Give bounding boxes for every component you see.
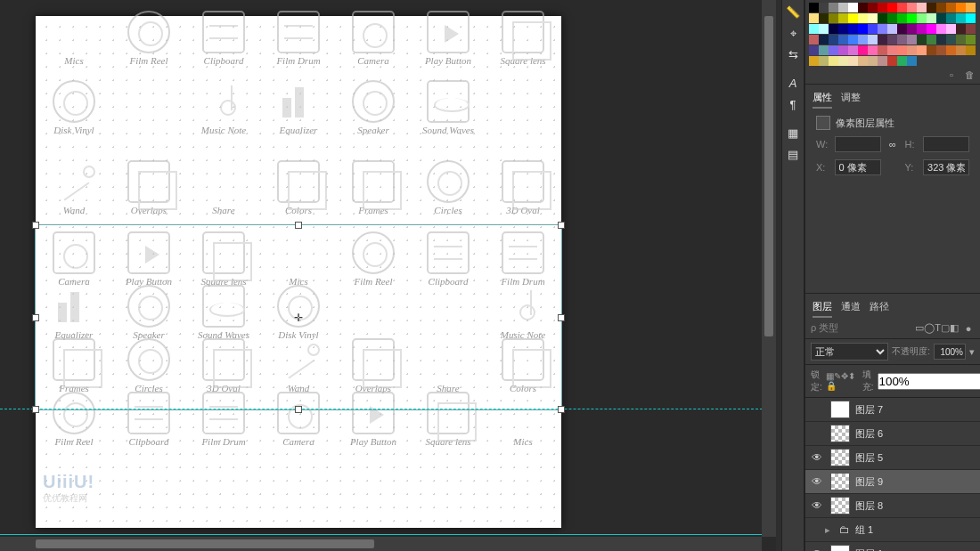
swatch-55[interactable] [848,35,858,45]
swatch-84[interactable] [966,45,976,55]
layer-thumbnail[interactable] [830,449,850,466]
lock-icon-2[interactable]: ✥ [841,371,848,381]
canvas-area[interactable]: MicsFilm ReelClipboardFilm DrumCameraPla… [0,0,776,551]
layer-row[interactable]: 👁图层 1 [805,542,980,551]
swatch-32[interactable] [956,13,966,23]
layer-row[interactable]: 图层 7 [805,398,980,422]
swatch-65[interactable] [946,35,956,45]
layer-thumbnail[interactable] [830,401,850,418]
input-height[interactable] [923,136,969,152]
tab-channels[interactable]: 通道 [841,297,861,318]
layer-filter-icon-4[interactable]: ◧ [950,322,959,333]
swatch-26[interactable] [897,13,907,23]
swatch-47[interactable] [936,24,946,34]
layer-name[interactable]: 图层 9 [855,475,976,489]
swatch-86[interactable] [819,56,829,66]
layer-name[interactable]: 图层 1 [855,547,976,552]
opacity-input[interactable] [934,344,966,360]
layer-visibility-icon[interactable]: 👁 [809,475,825,488]
tab-properties[interactable]: 属性 [813,88,832,109]
swatch-74[interactable] [868,45,878,55]
layer-thumbnail[interactable] [830,425,850,442]
layer-list[interactable]: 图层 7图层 6👁图层 5👁图层 9👁图层 8▸🗀组 1👁图层 1👁背景 [805,398,980,551]
swatch-50[interactable] [966,24,976,34]
layer-name[interactable]: 图层 7 [855,403,976,417]
link-wh-icon[interactable]: ∞ [885,135,902,153]
layer-name[interactable]: 组 1 [855,523,976,537]
swatch-8[interactable] [887,3,897,12]
swatch-trash-icon[interactable]: 🗑 [965,69,975,80]
color-swap-tool[interactable]: ⇆ [782,45,804,65]
layers-tool[interactable]: ▤ [782,145,804,165]
swatch-72[interactable] [848,45,858,55]
swatch-54[interactable] [838,35,848,45]
swatch-38[interactable] [848,24,858,34]
swatch-93[interactable] [887,56,897,66]
swatch-40[interactable] [868,24,878,34]
swatch-5[interactable] [858,3,868,12]
layer-row[interactable]: 图层 6 [805,422,980,446]
swatch-90[interactable] [858,56,868,66]
swatch-91[interactable] [868,56,878,66]
swatch-92[interactable] [878,56,887,66]
swatch-69[interactable] [819,45,829,55]
input-x[interactable] [835,159,881,175]
layer-filter-icon-2[interactable]: T [935,322,941,333]
swatch-83[interactable] [956,45,966,55]
canvas-scrollbar-horizontal-thumb[interactable] [36,539,374,548]
fill-input[interactable] [878,373,980,390]
swatch-70[interactable] [829,45,838,55]
layer-visibility-icon[interactable]: 👁 [809,499,825,512]
tab-adjustments[interactable]: 调整 [841,88,861,109]
swatch-89[interactable] [848,56,858,66]
swatch-51[interactable] [809,35,819,45]
swatch-24[interactable] [878,13,887,23]
swatch-53[interactable] [829,35,838,45]
layer-filter-kind-label[interactable]: ρ 类型 [811,321,911,335]
input-y[interactable] [923,159,969,175]
swatch-73[interactable] [858,45,868,55]
swatch-49[interactable] [956,24,966,34]
swatch-29[interactable] [927,13,936,23]
swatch-87[interactable] [829,56,838,66]
swatch-15[interactable] [956,3,966,12]
swatch-30[interactable] [936,13,946,23]
swatch-46[interactable] [927,24,936,34]
swatch-67[interactable] [966,35,976,45]
swatch-68[interactable] [809,45,819,55]
opacity-dropdown-icon[interactable]: ▾ [969,346,975,358]
layer-visibility-icon[interactable]: 👁 [809,547,825,551]
swatch-28[interactable] [917,13,927,23]
swatch-18[interactable] [819,13,829,23]
canvas-scrollbar-vertical-thumb[interactable] [764,16,773,336]
lock-icon-0[interactable]: ▦ [826,371,834,381]
layer-row[interactable]: 👁图层 5 [805,446,980,470]
swatch-77[interactable] [897,45,907,55]
swatch-61[interactable] [907,35,917,45]
blend-mode-select[interactable]: 正常 [811,343,888,361]
layer-visibility-icon[interactable]: 👁 [809,451,825,464]
swatch-21[interactable] [848,13,858,23]
swatch-85[interactable] [809,56,819,66]
swatch-19[interactable] [829,13,838,23]
swatch-94[interactable] [897,56,907,66]
swatch-41[interactable] [878,24,887,34]
swatch-42[interactable] [887,24,897,34]
swatch-66[interactable] [956,35,966,45]
layer-filter-icon-3[interactable]: ▢ [941,322,950,333]
swatch-45[interactable] [917,24,927,34]
swatch-27[interactable] [907,13,917,23]
swatch-9[interactable] [897,3,907,12]
swatch-0[interactable] [809,3,819,12]
swatch-17[interactable] [809,13,819,23]
layer-filter-icon-1[interactable]: ◯ [924,322,935,333]
swatch-56[interactable] [858,35,868,45]
lock-icon-1[interactable]: ✎ [834,371,841,381]
swatch-60[interactable] [897,35,907,45]
ruler-tool[interactable]: 📏 [782,3,804,22]
layer-name[interactable]: 图层 6 [855,427,976,441]
layer-thumbnail[interactable] [830,473,850,490]
swatch-13[interactable] [936,3,946,12]
swatch-14[interactable] [946,3,956,12]
swatch-4[interactable] [848,3,858,12]
